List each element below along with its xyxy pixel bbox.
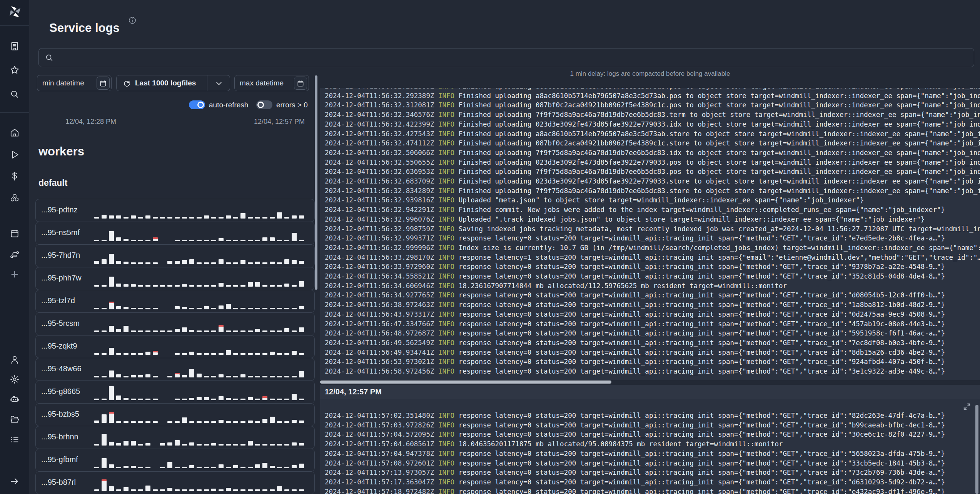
- min-datetime-field[interactable]: min datetime: [37, 75, 112, 91]
- worker-row[interactable]: ...95-tzl7d: [35, 290, 315, 313]
- activity-bar: [167, 488, 172, 491]
- activity-bar: [109, 442, 114, 446]
- activity-bar: [299, 261, 304, 264]
- activity-bar: [189, 421, 194, 423]
- activity-bar: [197, 397, 202, 400]
- worker-row[interactable]: ...95-7hd7n: [35, 244, 315, 267]
- worker-row[interactable]: ...95-bzbs5: [35, 403, 315, 426]
- log-section-bottom[interactable]: 2024-12-04T11:57:02.351480Z INFO respons…: [320, 399, 980, 494]
- activity-bar: [94, 261, 99, 264]
- activity-bar: [124, 398, 129, 400]
- log-vertical-scrollbar[interactable]: [975, 405, 978, 494]
- activity-bar: [145, 486, 150, 491]
- activity-bar: [211, 353, 216, 355]
- audit-logs-list-icon[interactable]: [10, 435, 20, 445]
- activity-bar: [240, 399, 245, 400]
- activity-bar: [292, 442, 297, 446]
- activity-bar: [262, 330, 267, 332]
- worker-activity-chart: [94, 429, 310, 446]
- log-horizontal-scrollbar[interactable]: [320, 381, 611, 384]
- activity-bar: [299, 421, 304, 423]
- chevron-down-icon[interactable]: [215, 80, 223, 87]
- search-nav-icon[interactable]: [10, 89, 20, 99]
- activity-bar: [189, 308, 194, 309]
- activity-bar: [284, 376, 289, 377]
- worker-name: ...95-g8665: [41, 387, 80, 396]
- max-datetime-calendar-button[interactable]: [294, 77, 307, 90]
- log-section-top[interactable]: 2024-12-04T11:56:32.292389Z INFO Finishe…: [320, 88, 980, 380]
- info-icon[interactable]: [128, 16, 137, 25]
- activity-bar: [255, 240, 260, 241]
- auto-refresh-toggle[interactable]: [189, 100, 205, 109]
- worker-row[interactable]: ...95-gfbmf: [35, 449, 315, 472]
- workers-robot-icon[interactable]: [10, 394, 20, 404]
- worker-row[interactable]: ...95-b87rl: [35, 471, 315, 494]
- min-datetime-calendar-button[interactable]: [97, 77, 110, 90]
- worker-name: ...95-zqkt9: [41, 342, 77, 350]
- activity-bar: [175, 306, 180, 309]
- activity-bar: [255, 489, 260, 491]
- routes-icon[interactable]: [10, 250, 20, 260]
- search-input[interactable]: [57, 50, 967, 65]
- activity-bar: [270, 330, 275, 332]
- activity-bar: [109, 303, 114, 309]
- activity-bar: [204, 444, 209, 446]
- activity-bar: [109, 414, 114, 423]
- activity-bar: [248, 240, 253, 241]
- max-datetime-field[interactable]: max datetime: [234, 75, 309, 91]
- worker-row[interactable]: ...95-48w66: [35, 358, 315, 381]
- folders-icon[interactable]: [10, 414, 20, 424]
- left-panel-scrollbar[interactable]: [315, 75, 317, 290]
- activity-bar: [124, 466, 129, 468]
- usage-dollar-icon[interactable]: [10, 171, 20, 181]
- worker-row[interactable]: ...95-ns5mf: [35, 222, 315, 245]
- worker-row[interactable]: ...95-5rcsm: [35, 312, 315, 335]
- add-plus-icon[interactable]: [10, 269, 20, 279]
- windmill-logo[interactable]: [8, 5, 22, 18]
- activity-bar: [167, 376, 172, 377]
- activity-bar: [109, 370, 114, 377]
- activity-bar: [94, 330, 99, 332]
- errors-toggle[interactable]: [256, 100, 272, 109]
- workspace-icon[interactable]: [10, 41, 20, 51]
- activity-bar: [124, 262, 129, 264]
- expand-sidebar-arrow-icon[interactable]: [10, 476, 20, 486]
- log-line: 2024-12-04T11:56:32.474112Z INFO Finishe…: [325, 139, 980, 148]
- activity-bar: [262, 308, 267, 309]
- favorites-star-icon[interactable]: [10, 65, 20, 75]
- logfiles-selector[interactable]: Last 1000 logfiles: [116, 75, 230, 91]
- worker-row[interactable]: ...95-g8665: [35, 381, 315, 404]
- activity-bar: [270, 237, 275, 241]
- log-line: 2024-12-04T11:56:32.834289Z INFO Finishe…: [325, 186, 980, 196]
- resources-cubes-icon[interactable]: [10, 193, 20, 203]
- refresh-icon: [123, 79, 130, 87]
- activity-bar: [138, 467, 143, 468]
- activity-bar: [284, 353, 289, 355]
- user-icon[interactable]: [10, 355, 20, 365]
- activity-bar: [189, 240, 194, 241]
- activity-bar: [255, 421, 260, 423]
- activity-bar: [131, 399, 136, 400]
- expand-icon[interactable]: [963, 402, 971, 411]
- activity-bar: [292, 420, 297, 423]
- home-icon[interactable]: [10, 128, 20, 138]
- worker-row[interactable]: ...95-phh7w: [35, 267, 315, 290]
- activity-bar: [299, 353, 304, 355]
- activity-bar: [226, 444, 231, 446]
- worker-row[interactable]: ...95-zqkt9: [35, 335, 315, 358]
- schedules-calendar-icon[interactable]: [10, 229, 20, 239]
- activity-bar: [226, 262, 231, 264]
- activity-bar: [299, 371, 304, 377]
- settings-gear-icon[interactable]: [10, 374, 20, 384]
- max-datetime-placeholder: max datetime: [240, 79, 290, 87]
- worker-activity-chart: [94, 339, 310, 355]
- runs-play-icon[interactable]: [10, 150, 20, 160]
- worker-row[interactable]: ...95-pdtnz: [35, 199, 315, 222]
- activity-bar: [102, 330, 107, 332]
- activity-bar: [255, 282, 260, 287]
- service-logs-page: Service logs min datetime Last 1000 logf…: [0, 0, 980, 494]
- worker-name: ...95-bzbs5: [41, 410, 79, 419]
- activity-bar: [153, 285, 158, 287]
- activity-bar: [226, 421, 231, 423]
- worker-row[interactable]: ...95-brhnn: [35, 426, 315, 449]
